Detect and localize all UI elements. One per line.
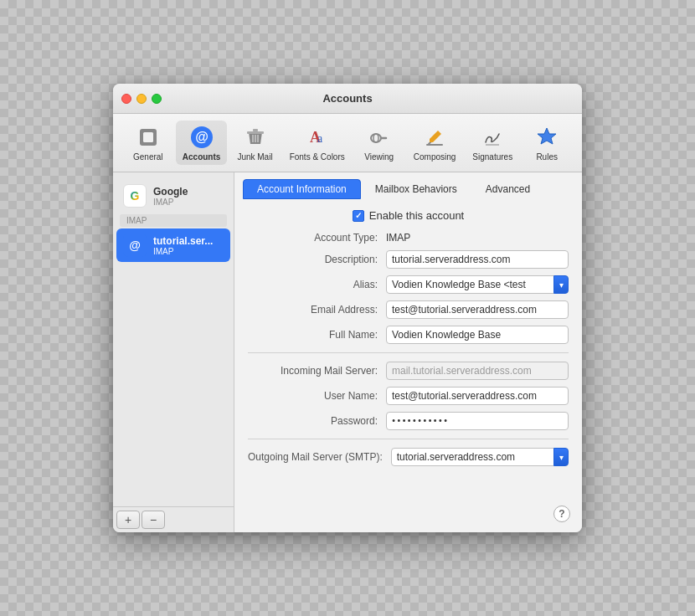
- password-input[interactable]: [386, 412, 569, 430]
- tutorial-account-details: tutorial.ser... IMAP: [153, 235, 224, 256]
- signatures-label: Signatures: [472, 152, 512, 162]
- composing-icon: [421, 124, 448, 151]
- toolbar-item-junkmail[interactable]: Junk Mail: [230, 121, 279, 165]
- window-title: Accounts: [322, 92, 372, 105]
- fonts-colors-icon: A a: [304, 124, 331, 151]
- rules-icon: [533, 124, 560, 151]
- toolbar-item-viewing[interactable]: Viewing: [355, 121, 404, 165]
- description-input[interactable]: [386, 250, 569, 269]
- window-controls: [121, 94, 162, 104]
- alias-row: Alias: Vodien Knowledge Base <test ▾: [248, 275, 569, 294]
- toolbar-item-signatures[interactable]: Signatures: [466, 121, 519, 165]
- main-panel: Account Information Mailbox Behaviors Ad…: [234, 172, 582, 532]
- sidebar: G Google IMAP IMAP @ t: [113, 172, 234, 532]
- tutorial-account-type: IMAP: [153, 247, 224, 256]
- rules-label: Rules: [536, 152, 558, 162]
- full-name-row: Full Name:: [248, 326, 569, 344]
- google-account-name: Google: [153, 186, 224, 198]
- toolbar-item-accounts[interactable]: @ Accounts: [176, 121, 228, 165]
- password-row: Password:: [248, 412, 569, 430]
- account-type-label: Account Type:: [248, 232, 386, 244]
- toolbar-item-fonts-colors[interactable]: A a Fonts & Colors: [283, 121, 352, 165]
- alias-select-wrap: Vodien Knowledge Base <test ▾: [386, 275, 569, 294]
- form-separator: [248, 352, 569, 353]
- toolbar-item-composing[interactable]: Composing: [407, 121, 463, 165]
- outgoing-select-wrap: tutorial.serveraddress.com ▾: [391, 448, 569, 466]
- incoming-server-label: Incoming Mail Server:: [248, 365, 386, 377]
- accounts-icon: @: [188, 124, 215, 151]
- outgoing-server-row: Outgoing Mail Server (SMTP): tutorial.se…: [248, 448, 569, 466]
- svg-point-11: [371, 134, 381, 142]
- imap-divider: IMAP: [120, 214, 227, 227]
- description-row: Description:: [248, 250, 569, 269]
- svg-point-12: [373, 134, 378, 142]
- accounts-list: G Google IMAP IMAP @ t: [113, 172, 234, 506]
- svg-rect-15: [426, 144, 443, 146]
- svg-rect-5: [253, 129, 258, 131]
- username-input[interactable]: [386, 387, 569, 405]
- tutorial-account-name: tutorial.ser...: [153, 235, 224, 247]
- google-account-type: IMAP: [153, 198, 224, 207]
- accounts-label: Accounts: [183, 152, 221, 162]
- general-icon: [135, 124, 162, 151]
- sidebar-controls: + −: [113, 506, 234, 532]
- account-type-value: IMAP: [386, 232, 410, 244]
- add-account-button[interactable]: +: [116, 511, 140, 529]
- toolbar: General @ Accounts: [113, 114, 582, 172]
- tab-mailbox-behaviors[interactable]: Mailbox Behaviors: [361, 179, 471, 199]
- svg-marker-17: [538, 128, 556, 144]
- incoming-server-row: Incoming Mail Server:: [248, 362, 569, 380]
- remove-account-button[interactable]: −: [142, 511, 165, 529]
- password-label: Password:: [248, 415, 386, 427]
- enable-row: Enable this account: [248, 209, 569, 222]
- account-item-tutorial[interactable]: @ tutorial.ser... IMAP: [116, 228, 230, 262]
- junkmail-icon: [242, 124, 269, 151]
- content-area: G Google IMAP IMAP @ t: [113, 172, 582, 532]
- account-type-row: Account Type: IMAP: [248, 232, 569, 244]
- username-label: User Name:: [248, 390, 386, 402]
- tab-account-info[interactable]: Account Information: [243, 179, 361, 199]
- email-address-row: Email Address:: [248, 300, 569, 319]
- toolbar-item-rules[interactable]: Rules: [523, 121, 571, 165]
- username-row: User Name:: [248, 387, 569, 405]
- junkmail-label: Junk Mail: [237, 152, 272, 162]
- account-item-google[interactable]: G Google IMAP: [116, 179, 230, 213]
- email-address-input[interactable]: [386, 300, 569, 319]
- minimize-button[interactable]: [136, 94, 147, 104]
- tab-advanced[interactable]: Advanced: [471, 179, 544, 199]
- alias-label: Alias:: [248, 279, 386, 290]
- form-area: Enable this account Account Type: IMAP D…: [234, 199, 582, 532]
- fonts-colors-label: Fonts & Colors: [290, 152, 345, 162]
- titlebar: Accounts: [113, 84, 582, 114]
- composing-label: Composing: [414, 152, 456, 162]
- outgoing-server-select[interactable]: tutorial.serveraddress.com: [391, 448, 569, 466]
- maximize-button[interactable]: [152, 94, 162, 104]
- description-label: Description:: [248, 254, 386, 265]
- viewing-label: Viewing: [364, 152, 394, 162]
- signatures-icon: [479, 124, 506, 151]
- svg-rect-4: [247, 131, 264, 134]
- outgoing-server-label: Outgoing Mail Server (SMTP):: [248, 451, 391, 463]
- accounts-window: Accounts General @ Accounts: [113, 84, 582, 532]
- email-address-label: Email Address:: [248, 304, 386, 316]
- google-account-details: Google IMAP: [153, 186, 224, 207]
- toolbar-item-general[interactable]: General: [124, 121, 172, 165]
- close-button[interactable]: [121, 94, 131, 104]
- help-button[interactable]: ?: [553, 506, 570, 522]
- form-separator-2: [248, 439, 569, 439]
- svg-text:a: a: [317, 132, 323, 145]
- viewing-icon: [366, 124, 393, 151]
- google-account-icon: G: [123, 184, 147, 208]
- full-name-input[interactable]: [386, 326, 569, 344]
- tutorial-account-icon: @: [123, 234, 147, 257]
- enable-checkbox[interactable]: [353, 210, 364, 222]
- tab-bar: Account Information Mailbox Behaviors Ad…: [234, 172, 582, 199]
- enable-label: Enable this account: [369, 209, 464, 222]
- general-label: General: [133, 152, 163, 162]
- svg-text:@: @: [195, 130, 208, 144]
- svg-rect-1: [143, 132, 153, 142]
- at-icon: @: [129, 239, 141, 252]
- incoming-server-input[interactable]: [386, 362, 569, 380]
- alias-select[interactable]: Vodien Knowledge Base <test: [386, 275, 569, 294]
- google-g-icon: G: [131, 189, 140, 203]
